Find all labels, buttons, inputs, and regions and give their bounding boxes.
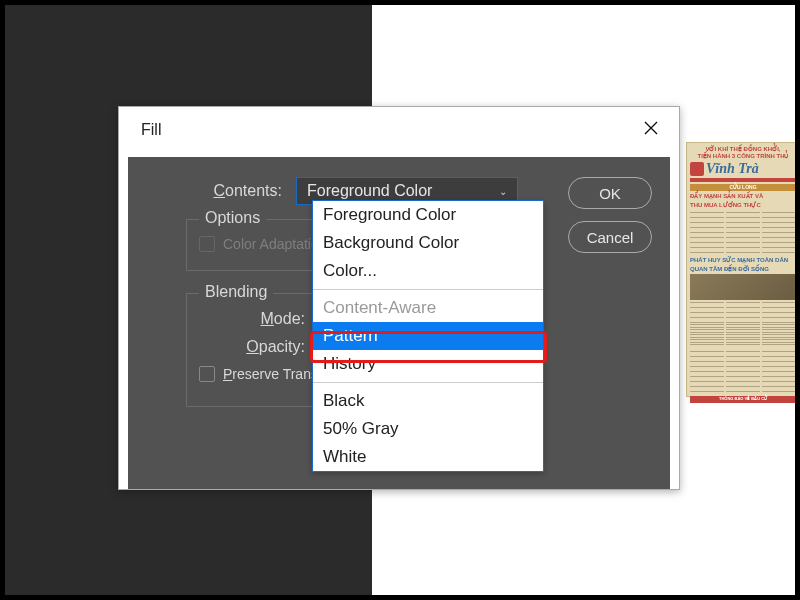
dropdown-option[interactable]: Color... (313, 257, 543, 285)
dropdown-option[interactable]: Foreground Color (313, 201, 543, 229)
newspaper-title: Vĩnh Trà (706, 161, 759, 176)
dropdown-option[interactable]: 50% Gray (313, 415, 543, 443)
dropdown-option[interactable]: History (313, 350, 543, 378)
newspaper-headline-2: TIẾN HÀNH 3 CÔNG TRÌNH THỦ (690, 153, 796, 160)
dropdown-option: Content-Aware (313, 294, 543, 322)
chevron-down-icon: ⌄ (499, 186, 507, 197)
color-adaptation-label: Color Adaptation (223, 236, 327, 252)
dropdown-option[interactable]: Black (313, 387, 543, 415)
newspaper-sub1: ĐẨY MẠNH SẢN XUẤT VÀ (690, 193, 796, 200)
dialog-titlebar[interactable]: Fill (119, 107, 679, 153)
contents-label: Contents: (146, 182, 296, 200)
blending-legend: Blending (199, 283, 273, 301)
document-thumbnail: VỚI KHÍ THẾ ĐỒNG KHỞI, TIẾN HÀNH 3 CÔNG … (686, 142, 800, 397)
newspaper-photo (690, 274, 796, 300)
opacity-label: Opacity: (199, 338, 319, 356)
contents-dropdown[interactable]: Foreground ColorBackground ColorColor...… (312, 200, 544, 472)
newspaper-sub2: THU MUA LƯƠNG THỰC (690, 202, 796, 209)
dropdown-option[interactable]: White (313, 443, 543, 471)
close-button[interactable] (643, 120, 663, 140)
newspaper-footer: THÔNG BÁO VỀ BẦU CỬ (690, 396, 796, 402)
dropdown-option[interactable]: Pattern (313, 322, 543, 350)
newspaper-banner: CỬU LONG (690, 184, 796, 192)
dialog-title: Fill (141, 121, 161, 139)
preserve-transparency-checkbox[interactable] (199, 366, 215, 382)
newspaper-sub3: PHÁT HUY SỨC MẠNH TOÀN DÂN (690, 257, 796, 264)
options-legend: Options (199, 209, 266, 227)
newspaper-headline: VỚI KHÍ THẾ ĐỒNG KHỞI, (690, 146, 796, 153)
newspaper-logo (690, 162, 704, 176)
contents-select-value: Foreground Color (307, 182, 432, 200)
ok-button[interactable]: OK (568, 177, 652, 209)
cancel-button[interactable]: Cancel (568, 221, 652, 253)
dropdown-option[interactable]: Background Color (313, 229, 543, 257)
color-adaptation-checkbox (199, 236, 215, 252)
newspaper-sub4: QUAN TÂM ĐẾN ĐỜI SỐNG (690, 266, 796, 273)
mode-label: Mode: (199, 310, 319, 328)
close-icon (643, 120, 659, 136)
